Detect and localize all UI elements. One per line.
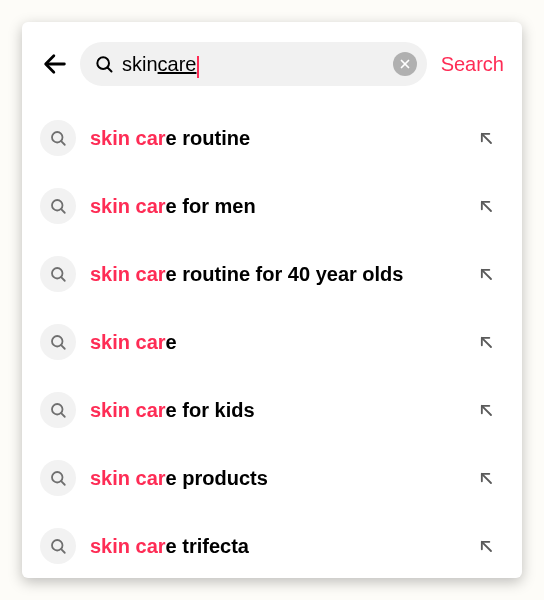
svg-line-12: [61, 277, 65, 281]
search-icon: [40, 392, 76, 428]
arrow-left-icon: [41, 50, 69, 78]
search-input-value: skin care: [122, 53, 385, 76]
suggestion-text: skin care for kids: [90, 398, 460, 423]
text-cursor: [197, 56, 199, 78]
arrow-up-left-icon: [476, 400, 496, 420]
svg-line-10: [482, 202, 491, 211]
suggestion-item[interactable]: skin care routine: [40, 104, 504, 172]
fill-search-button[interactable]: [474, 466, 498, 490]
suggestion-item[interactable]: skin care trifecta: [40, 512, 504, 578]
search-bar: skin care Search: [40, 42, 504, 86]
suggestion-item[interactable]: skin care for kids: [40, 376, 504, 444]
svg-line-19: [482, 406, 491, 415]
suggestion-item[interactable]: skin care products: [40, 444, 504, 512]
suggestion-text: skin care products: [90, 466, 460, 491]
arrow-up-left-icon: [476, 468, 496, 488]
search-screen: skin care Search skin care routineskin c…: [22, 22, 522, 578]
svg-line-24: [61, 549, 65, 553]
fill-search-button[interactable]: [474, 126, 498, 150]
svg-line-13: [482, 270, 491, 279]
search-button[interactable]: Search: [441, 53, 504, 76]
svg-line-9: [61, 209, 65, 213]
fill-search-button[interactable]: [474, 262, 498, 286]
svg-line-2: [108, 68, 112, 72]
svg-line-15: [61, 345, 65, 349]
arrow-up-left-icon: [476, 196, 496, 216]
svg-line-7: [482, 134, 491, 143]
suggestion-list: skin care routineskin care for menskin c…: [40, 104, 504, 578]
suggestion-text: skin care for men: [90, 194, 460, 219]
svg-line-6: [61, 141, 65, 145]
search-icon: [40, 324, 76, 360]
clear-button[interactable]: [393, 52, 417, 76]
close-icon: [399, 58, 411, 70]
arrow-up-left-icon: [476, 128, 496, 148]
fill-search-button[interactable]: [474, 330, 498, 354]
svg-line-22: [482, 474, 491, 483]
suggestion-text: skin care routine: [90, 126, 460, 151]
back-button[interactable]: [40, 49, 70, 79]
suggestion-item[interactable]: skin care for men: [40, 172, 504, 240]
suggestion-item[interactable]: skin care routine for 40 year olds: [40, 240, 504, 308]
arrow-up-left-icon: [476, 332, 496, 352]
arrow-up-left-icon: [476, 536, 496, 556]
svg-line-18: [61, 413, 65, 417]
search-input-field[interactable]: skin care: [80, 42, 427, 86]
search-icon: [40, 188, 76, 224]
suggestion-text: skin care routine for 40 year olds: [90, 262, 460, 287]
suggestion-text: skin care: [90, 330, 460, 355]
svg-line-21: [61, 481, 65, 485]
arrow-up-left-icon: [476, 264, 496, 284]
search-icon: [40, 460, 76, 496]
svg-line-16: [482, 338, 491, 347]
search-icon: [94, 54, 114, 74]
fill-search-button[interactable]: [474, 398, 498, 422]
fill-search-button[interactable]: [474, 534, 498, 558]
suggestion-item[interactable]: skin care: [40, 308, 504, 376]
suggestion-text: skin care trifecta: [90, 534, 460, 559]
search-icon: [40, 528, 76, 564]
fill-search-button[interactable]: [474, 194, 498, 218]
search-icon: [40, 256, 76, 292]
svg-line-25: [482, 542, 491, 551]
search-icon: [40, 120, 76, 156]
